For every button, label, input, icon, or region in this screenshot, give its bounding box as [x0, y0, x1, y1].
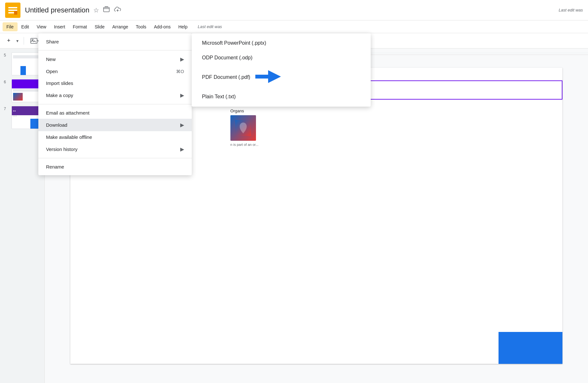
file-menu-rename[interactable]: Rename	[38, 161, 192, 173]
top-bar: Untitled presentation ☆ Last edit was	[0, 0, 588, 20]
last-edit-text: Last edit was	[198, 24, 222, 29]
download-arrow-icon: ▶	[180, 122, 184, 128]
file-menu-email[interactable]: Email as attachment	[38, 107, 192, 119]
make-copy-arrow-icon: ▶	[180, 92, 184, 98]
toolbar-separator-1	[24, 37, 24, 45]
folder-move-icon[interactable]	[103, 6, 110, 14]
menu-tools[interactable]: Tools	[132, 22, 150, 31]
download-odp[interactable]: ODP Document (.odp)	[192, 50, 371, 65]
slide-preview-6	[12, 79, 41, 102]
organs-label: Organs	[230, 109, 276, 113]
doc-title[interactable]: Untitled presentation	[25, 6, 89, 14]
download-txt[interactable]: Plain Text (.txt)	[192, 89, 371, 104]
menu-view[interactable]: View	[33, 22, 50, 31]
svg-rect-2	[8, 10, 17, 11]
menu-slide[interactable]: Slide	[91, 22, 108, 31]
app-logo	[5, 3, 20, 18]
file-menu-new[interactable]: New ▶	[38, 53, 192, 65]
menu-arrange[interactable]: Arrange	[108, 22, 132, 31]
menu-file[interactable]: File	[3, 22, 18, 31]
menu-edit[interactable]: Edit	[18, 22, 33, 31]
file-menu-open[interactable]: Open ⌘O	[38, 65, 192, 77]
slide-panel: 5 6 7 ■ ■ • • • • •	[0, 49, 45, 383]
organs-description: n is part of an or...	[230, 143, 276, 146]
file-menu-version-history[interactable]: Version history ▶	[38, 143, 192, 155]
organs-illustration	[235, 120, 251, 136]
download-pptx[interactable]: Microsoft PowerPoint (.pptx)	[192, 36, 371, 50]
file-menu: Share New ▶ Open ⌘O Import slides Make a…	[38, 33, 192, 175]
download-pdf[interactable]: PDF Document (.pdf)	[192, 65, 371, 89]
svg-marker-17	[255, 70, 281, 83]
file-menu-download[interactable]: Download ▶	[38, 119, 192, 131]
menu-help[interactable]: Help	[174, 22, 191, 31]
slide-number-5: 5	[4, 52, 10, 57]
version-history-arrow-icon: ▶	[180, 146, 184, 152]
blue-arrow-svg	[255, 70, 281, 84]
svg-rect-1	[8, 7, 17, 8]
file-menu-divider-2	[38, 104, 192, 104]
file-menu-offline[interactable]: Make available offline	[38, 131, 192, 143]
download-submenu: Microsoft PowerPoint (.pptx) ODP Documen…	[192, 33, 371, 107]
star-icon[interactable]: ☆	[93, 6, 99, 14]
organs-section: Organs n is part of an or...	[228, 106, 279, 149]
slide-number-7: 7	[4, 106, 10, 111]
slide-thumb-7[interactable]: 7 ■ ■ • • • • •	[3, 105, 42, 130]
slide-preview-7: ■ ■ • • • • •	[12, 106, 41, 129]
slide-preview-5	[12, 52, 41, 75]
new-arrow-icon: ▶	[180, 56, 184, 62]
file-menu-share[interactable]: Share	[38, 36, 192, 48]
add-slide-button[interactable]: +	[4, 36, 14, 45]
file-menu-make-copy[interactable]: Make a copy ▶	[38, 89, 192, 101]
menu-addons[interactable]: Add-ons	[150, 22, 174, 31]
title-icons: ☆	[93, 6, 121, 14]
open-shortcut: ⌘O	[176, 69, 184, 74]
blue-block-right	[499, 332, 562, 364]
menu-bar: File Edit View Insert Format Slide Arran…	[0, 20, 588, 33]
file-menu-divider-1	[38, 50, 192, 50]
menu-insert[interactable]: Insert	[50, 22, 69, 31]
svg-rect-3	[8, 12, 14, 13]
last-edit-label: Last edit was	[559, 8, 583, 12]
slide-thumb-5[interactable]: 5	[3, 51, 42, 77]
svg-rect-4	[14, 11, 17, 15]
svg-rect-5	[104, 7, 109, 12]
slide-thumb-6[interactable]: 6	[3, 78, 42, 103]
slide-number-6: 6	[4, 79, 10, 84]
file-menu-import[interactable]: Import slides	[38, 77, 192, 89]
pdf-arrow-indicator	[255, 70, 281, 85]
cloud-icon[interactable]	[114, 6, 121, 14]
menu-format[interactable]: Format	[69, 22, 91, 31]
organs-image	[230, 115, 256, 141]
file-menu-divider-3	[38, 158, 192, 158]
